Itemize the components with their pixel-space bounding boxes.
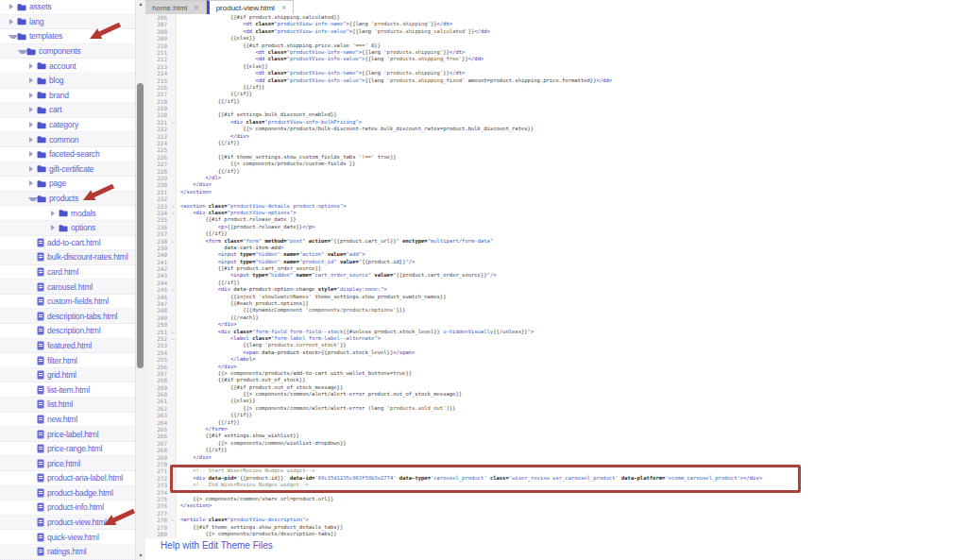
- tree-item-carousel-html[interactable]: carousel.html: [0, 280, 135, 295]
- code-line[interactable]: <dt class="productView-info-name">{{lang…: [178, 49, 967, 56]
- code-line[interactable]: [178, 195, 967, 202]
- tab-home-html[interactable]: home.html×: [145, 0, 207, 14]
- tree-item-price-label-html[interactable]: price-label.html: [0, 427, 135, 442]
- tree-item-grid-html[interactable]: grid.html: [0, 368, 135, 383]
- tree-item-add-to-cart-html[interactable]: add-to-cart.html: [0, 236, 135, 251]
- tree-item-product-aria-label-html[interactable]: product-aria-label.html: [0, 471, 135, 486]
- tree-item-brand[interactable]: brand: [0, 89, 135, 104]
- code-line[interactable]: [178, 146, 967, 153]
- code-line[interactable]: <div class="productView-info-bulkPricing…: [178, 119, 967, 126]
- fold-marker-icon[interactable]: −: [171, 203, 175, 210]
- code-line[interactable]: </div>: [178, 364, 967, 370]
- code-line[interactable]: <div class="productView-options">: [178, 210, 967, 216]
- tree-item-assets[interactable]: assets: [0, 0, 135, 15]
- code-line[interactable]: {{/if}}: [178, 168, 967, 175]
- code-line[interactable]: <p>{{product.release_date}}</p>: [178, 224, 967, 230]
- code-line[interactable]: <input type="hidden" name="action" value…: [178, 251, 967, 258]
- code-line[interactable]: </label>: [178, 356, 967, 363]
- code-line[interactable]: {{> components/products/custom-fields }}: [178, 161, 967, 167]
- code-line[interactable]: {{inject 'showSwatchNames' theme_setting…: [178, 294, 967, 300]
- code-line[interactable]: {{> components/common/wishlist-dropdown}…: [178, 440, 967, 447]
- code-line[interactable]: </section>: [178, 502, 967, 509]
- tree-item-featured-html[interactable]: featured.html: [0, 339, 135, 354]
- code-line[interactable]: {{/if}}: [178, 412, 967, 418]
- code-line[interactable]: {{> components/products/bulk-discount-ra…: [178, 126, 967, 132]
- tab-close-icon[interactable]: ×: [194, 4, 198, 12]
- code-line[interactable]: </div>: [178, 133, 967, 140]
- fold-marker-icon[interactable]: −: [171, 238, 175, 245]
- code-line[interactable]: {{#each product.options}}: [178, 300, 967, 307]
- tab-product-view-html[interactable]: product-view.html×: [207, 0, 295, 14]
- code-line[interactable]: {{/if}}: [178, 230, 967, 237]
- code-line[interactable]: <div class="form-field form-field--stock…: [178, 329, 967, 335]
- tree-item-description-html[interactable]: description.html: [0, 324, 135, 339]
- tree-item-category[interactable]: category: [0, 118, 135, 133]
- code-line[interactable]: {{/if}}: [178, 98, 967, 105]
- fold-marker-icon[interactable]: −: [171, 329, 175, 335]
- code-line[interactable]: </form>: [178, 426, 967, 433]
- tree-item-list-html[interactable]: list.html: [0, 398, 135, 413]
- code-line[interactable]: <dd class="productView-info-value">{{lan…: [178, 28, 967, 35]
- code-line[interactable]: <section class="productView-details prod…: [178, 203, 967, 210]
- code-line[interactable]: {{> components/products/description-tabs…: [178, 531, 967, 537]
- fold-marker-icon[interactable]: −: [171, 517, 175, 523]
- code-line[interactable]: {{> components/common/share url=product.…: [178, 496, 967, 502]
- code-line[interactable]: {{else}}: [178, 63, 967, 70]
- tree-item-description-tabs-html[interactable]: description-tabs.html: [0, 309, 135, 324]
- code-line[interactable]: <form class="form" method="post" action=…: [178, 238, 967, 245]
- code-line[interactable]: data-cart-item-add>: [178, 245, 967, 251]
- tree-item-product-badge-html[interactable]: product-badge.html: [0, 486, 135, 501]
- tree-item-bulk-discount-rates-html[interactable]: bulk-discount-rates.html: [0, 250, 135, 265]
- code-line[interactable]: {{/if}}: [178, 91, 967, 97]
- code-pane[interactable]: {{#if product.shipping.calculated}} <dt …: [178, 14, 967, 537]
- code-line[interactable]: <dt class="productView-info-name">{{lang…: [178, 21, 967, 27]
- code-line[interactable]: <input type="hidden" name="product_id" v…: [178, 259, 967, 265]
- code-line[interactable]: {{#if settings.show_wishlist}}: [178, 433, 967, 439]
- code-line[interactable]: <dt class="productView-info-name">{{lang…: [178, 70, 967, 76]
- tree-item-lang[interactable]: lang: [0, 15, 135, 30]
- fold-marker-icon[interactable]: −: [171, 335, 175, 342]
- code-line[interactable]: {{> components/products/add-to-cart with…: [178, 370, 967, 377]
- tree-item-quick-view-html[interactable]: quick-view.html: [0, 530, 135, 545]
- code-line[interactable]: <label class="form-label form-label--alt…: [178, 335, 967, 342]
- tree-item-list-item-html[interactable]: list-item.html: [0, 382, 135, 398]
- code-line[interactable]: {{#if theme_settings.show_product_detail…: [178, 524, 967, 531]
- code-line[interactable]: {{else}}: [178, 398, 967, 404]
- code-line[interactable]: {{/if}}: [178, 280, 967, 286]
- tree-item-price-range-html[interactable]: price-range.html: [0, 442, 135, 457]
- code-line[interactable]: <article class="productView-description"…: [178, 517, 967, 523]
- code-line[interactable]: {{#if product.shipping.price.value '==='…: [178, 42, 967, 49]
- scroll-up-icon[interactable]: ▲: [136, 1, 145, 8]
- tree-item-modals[interactable]: modals: [0, 206, 135, 221]
- code-line[interactable]: </section>: [178, 189, 967, 195]
- code-line[interactable]: {{> components/common/alert/alert-error …: [178, 405, 967, 412]
- tree-item-account[interactable]: account: [0, 59, 135, 74]
- tree-item-common[interactable]: common: [0, 132, 135, 147]
- scroll-down-icon[interactable]: ▼: [136, 552, 145, 559]
- code-line[interactable]: {{#if settings.bulk_discount_enabled}}: [178, 111, 967, 118]
- code-line[interactable]: <dd class="productView-info-value">{{lan…: [178, 56, 967, 62]
- tree-item-card-html[interactable]: card.html: [0, 265, 135, 280]
- code-line[interactable]: {{#if product.out_of_stock_message}}: [178, 384, 967, 391]
- tree-item-products[interactable]: products: [0, 192, 135, 207]
- tree-item-components[interactable]: components: [0, 44, 135, 59]
- code-line[interactable]: {{else}}: [178, 35, 967, 42]
- code-line[interactable]: {{#if theme_settings.show_custom_fields_…: [178, 154, 967, 161]
- code-line[interactable]: <div data-product-option-change style="d…: [178, 286, 967, 293]
- tree-item-product-view-html[interactable]: product-view.html: [0, 516, 135, 531]
- tree-item-new-html[interactable]: new.html: [0, 413, 135, 428]
- code-line[interactable]: <input type="hidden" name="cart_order_so…: [178, 272, 967, 279]
- code-line[interactable]: {{/if}}: [178, 447, 967, 453]
- code-line[interactable]: [178, 105, 967, 111]
- tree-item-filter-html[interactable]: filter.html: [0, 353, 135, 368]
- tree-item-faceted-search[interactable]: faceted-search: [0, 147, 135, 162]
- tree-item-ratings-html[interactable]: ratings.html: [0, 545, 135, 560]
- tree-item-price-html[interactable]: price.html: [0, 456, 135, 471]
- tree-item-gift-certificate[interactable]: gift-certificate: [0, 162, 135, 178]
- tab-close-icon[interactable]: ×: [281, 4, 286, 12]
- code-line[interactable]: {{#if product.release_date }}: [178, 216, 967, 223]
- code-line[interactable]: {{{dynamicComponent 'components/products…: [178, 307, 967, 314]
- code-line[interactable]: {{#if product.cart_order_source}}: [178, 265, 967, 272]
- code-line[interactable]: <span data-product-stock>{{product.stock…: [178, 349, 967, 356]
- tree-item-blog[interactable]: blog: [0, 74, 135, 89]
